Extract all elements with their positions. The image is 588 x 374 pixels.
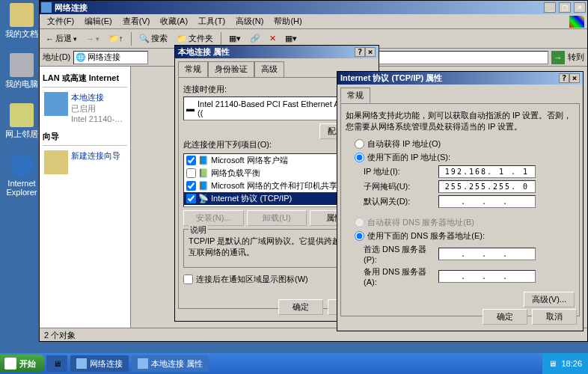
menu-help[interactable]: 帮助(H)	[269, 14, 306, 28]
back-button[interactable]: ← 后退 ▾	[43, 31, 80, 46]
address-input[interactable]: 🌐 网络连接	[73, 51, 148, 64]
cancel-button[interactable]: 取消	[532, 309, 577, 325]
adapter-icon: ▬	[186, 104, 195, 113]
close-button[interactable]: ×	[365, 47, 376, 57]
mask-label: 子网掩码(U):	[364, 181, 438, 192]
close-button[interactable]: ×	[569, 73, 580, 83]
quick-launch-icon[interactable]: 🖥	[46, 355, 67, 372]
windows-logo-icon	[569, 16, 584, 28]
up-button[interactable]: 📁↑	[105, 32, 126, 45]
connection-status: 已启用	[71, 103, 123, 114]
tool-icon-1[interactable]: 🔗	[247, 32, 263, 45]
desktop-icon-ie[interactable]: Internet Explorer	[3, 153, 40, 197]
dns2-input[interactable]: . . .	[438, 270, 536, 283]
connection-icon	[44, 92, 68, 116]
menu-view[interactable]: 查看(V)	[118, 14, 155, 28]
search-button[interactable]: 🔍 搜索	[136, 31, 171, 46]
desktop-icon-computer[interactable]: 我的电脑	[3, 53, 40, 90]
ok-button[interactable]: 确定	[278, 299, 323, 315]
window-title: 网络连接	[55, 2, 543, 13]
clock: 18:26	[561, 359, 582, 368]
item-check-1[interactable]	[186, 168, 196, 178]
notify-checkbox[interactable]	[183, 275, 193, 284]
dns2-label: 备用 DNS 服务器(A):	[364, 266, 438, 286]
menu-file[interactable]: 文件(F)	[43, 14, 79, 28]
folders-button[interactable]: 📁 文件夹	[174, 31, 216, 46]
address-label: 地址(D)	[43, 52, 70, 63]
start-button[interactable]: 开始	[0, 355, 45, 373]
desktop-icon-documents[interactable]: 我的文档	[3, 3, 40, 40]
sidebar-header-lan: LAN 或高速 Internet	[43, 70, 127, 88]
tcpip-properties-dialog: Internet 协议 (TCP/IP) 属性 ?× 常规 如果网络支持此功能，…	[337, 71, 584, 331]
help-button[interactable]: ?	[559, 73, 569, 83]
menu-tools[interactable]: 工具(T)	[194, 14, 230, 28]
auto-dns-radio	[355, 218, 364, 227]
notify-label: 连接后在通知区域显示图标(W)	[196, 274, 308, 285]
forward-button: → ▾	[83, 33, 102, 45]
dns1-label: 首选 DNS 服务器(P):	[364, 244, 438, 264]
dialog-titlebar[interactable]: Internet 协议 (TCP/IP) 属性 ?×	[337, 72, 583, 85]
menubar: 文件(F) 编辑(E) 查看(V) 收藏(A) 工具(T) 高级(N) 帮助(H…	[40, 14, 587, 29]
manual-ip-radio[interactable]	[355, 153, 364, 162]
sidebar: LAN 或高速 Internet 本地连接 已启用 Intel 21140-… …	[40, 67, 131, 328]
item-check-2[interactable]	[186, 181, 196, 191]
help-button[interactable]: ?	[355, 47, 365, 57]
tray-icon[interactable]: 🖥	[548, 359, 557, 368]
network-icon: 🌐	[76, 52, 86, 62]
connection-name: 本地连接	[71, 92, 123, 103]
advanced-button[interactable]: 高级(V)...	[524, 292, 575, 307]
close-button[interactable]: ×	[574, 2, 586, 13]
network-icon	[41, 2, 52, 13]
tool-icon-3[interactable]: ▦▾	[282, 32, 300, 45]
tab-general[interactable]: 常规	[340, 88, 370, 103]
ok-button[interactable]: 确定	[483, 309, 527, 325]
views-button[interactable]: ▦▾	[226, 32, 244, 45]
go-button[interactable]: →	[551, 51, 565, 64]
subnet-mask-input[interactable]: 255.255.255. 0	[438, 180, 536, 193]
gateway-input[interactable]: . . .	[438, 195, 536, 208]
windows-flag-icon	[4, 358, 16, 370]
item-check-3[interactable]	[186, 194, 196, 203]
menu-advanced[interactable]: 高级(N)	[231, 14, 268, 28]
taskbar-item-properties[interactable]: 本地连接 属性	[132, 355, 209, 372]
taskbar-item-network[interactable]: 网络连接	[70, 355, 129, 372]
tab-advanced[interactable]: 高级	[254, 61, 284, 77]
desktop-icon-network[interactable]: 网上邻居	[3, 103, 40, 140]
taskbar: 开始 🖥 网络连接 本地连接 属性 🖥 18:26	[0, 353, 588, 374]
connection-adapter: Intel 21140-…	[71, 114, 123, 123]
tab-auth[interactable]: 身份验证	[208, 61, 254, 77]
manual-dns-radio[interactable]	[355, 231, 364, 241]
minimize-button[interactable]: _	[544, 2, 556, 13]
uninstall-button: 卸载(U)	[247, 210, 307, 226]
tool-delete-icon[interactable]: ✕	[266, 32, 279, 45]
system-tray[interactable]: 🖥 18:26	[542, 353, 588, 374]
gateway-label: 默认网关(D):	[364, 196, 438, 207]
sidebar-header-wizard: 向导	[43, 128, 127, 146]
menu-favorites[interactable]: 收藏(A)	[156, 14, 192, 28]
tab-general[interactable]: 常规	[178, 61, 208, 77]
auto-ip-radio[interactable]	[355, 139, 364, 149]
dns1-input[interactable]: . . .	[438, 248, 536, 260]
properties-icon	[138, 358, 148, 369]
goto-input[interactable]	[361, 51, 548, 64]
intro-text: 如果网络支持此功能，则可以获取自动指派的 IP 设置。否则，您需要从网络系统管理…	[346, 110, 575, 132]
menu-edit[interactable]: 编辑(E)	[80, 14, 117, 28]
go-label: 转到	[568, 52, 584, 63]
ip-address-input[interactable]: 192.168. 1 . 1	[438, 165, 536, 178]
new-connection-wizard[interactable]: 新建连接向导	[43, 146, 127, 179]
window-titlebar[interactable]: 网络连接 _ □ ×	[40, 1, 587, 14]
network-icon	[76, 358, 87, 369]
ip-label: IP 地址(I):	[364, 166, 438, 177]
install-button[interactable]: 安装(N)...	[183, 210, 244, 226]
dialog-titlebar[interactable]: 本地连接 属性 ?×	[175, 46, 379, 58]
item-check-0[interactable]	[186, 156, 196, 165]
maximize-button[interactable]: □	[559, 2, 571, 13]
wizard-icon	[44, 150, 68, 174]
connection-item[interactable]: 本地连接 已启用 Intel 21140-…	[43, 88, 127, 128]
